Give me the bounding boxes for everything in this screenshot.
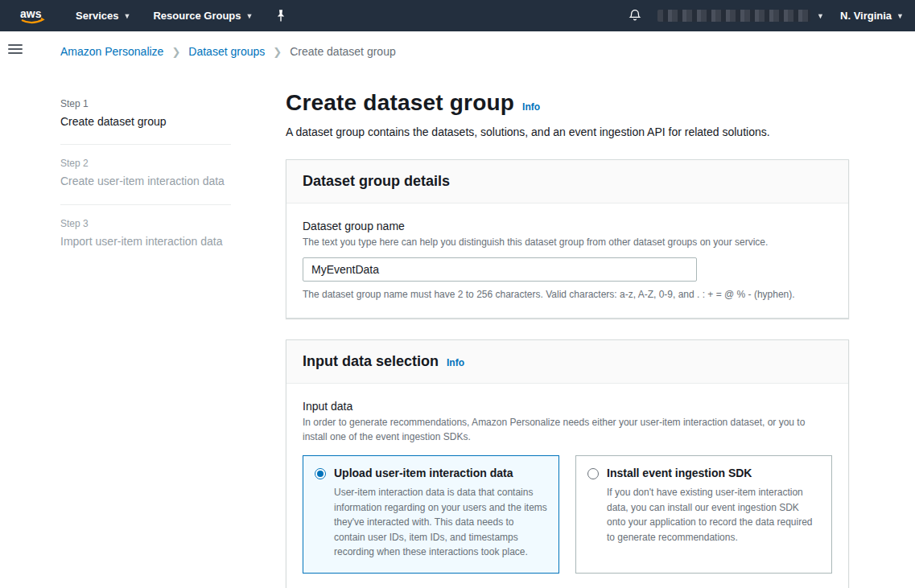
wizard-step-3: Step 3 Import user-item interaction data — [60, 204, 231, 264]
radio-unselected-icon[interactable] — [587, 468, 599, 479]
wizard-step-2: Step 2 Create user-item interaction data — [60, 144, 231, 204]
input-data-label: Input data — [303, 400, 832, 413]
main-area: Amazon Personalize ❯ Dataset groups ❯ Cr… — [30, 31, 915, 588]
step-label: Create user-item interaction data — [60, 173, 231, 189]
account-menu[interactable]: ▼ — [657, 10, 824, 22]
option-install-event-sdk[interactable]: Install event ingestion SDK If you don't… — [575, 455, 832, 574]
content-column: Create dataset group Info A dataset grou… — [286, 69, 849, 588]
input-data-info-link[interactable]: Info — [447, 357, 464, 368]
option-title: Upload user-item interaction data — [334, 467, 547, 479]
step-number: Step 1 — [60, 98, 231, 109]
radio-selected-icon[interactable] — [315, 468, 326, 479]
services-menu[interactable]: Services ▼ — [64, 0, 142, 31]
top-navigation-bar: aws Services ▼ Resource Groups ▼ ▼ N. Vi… — [0, 0, 915, 31]
resource-groups-menu[interactable]: Resource Groups ▼ — [142, 0, 264, 31]
aws-logo[interactable]: aws — [18, 6, 47, 27]
notifications-button[interactable] — [629, 9, 641, 23]
input-data-selection-card: Input data selection Info Input data In … — [286, 339, 849, 588]
breadcrumb-separator-icon: ❯ — [273, 46, 282, 58]
option-upload-interaction-data[interactable]: Upload user-item interaction data User-i… — [303, 455, 559, 574]
pin-shortcut-button[interactable] — [264, 9, 298, 23]
option-title: Install event ingestion SDK — [607, 467, 820, 479]
page-title: Create dataset group — [286, 90, 514, 116]
svg-text:aws: aws — [20, 7, 42, 20]
card-title: Dataset group details — [303, 173, 450, 190]
dataset-group-name-constraint: The dataset group name must have 2 to 25… — [303, 289, 832, 300]
input-data-help: In order to generate recommendations, Am… — [303, 415, 818, 444]
chevron-down-icon: ▼ — [246, 12, 253, 20]
breadcrumb-current: Create dataset group — [290, 45, 396, 58]
step-number: Step 2 — [60, 158, 231, 169]
page-description: A dataset group contains the datasets, s… — [286, 125, 849, 138]
option-description: If you don't have existing user-item int… — [607, 485, 820, 545]
wizard-step-1: Step 1 Create dataset group — [60, 98, 231, 144]
step-label: Import user-item interaction data — [60, 233, 231, 249]
option-description: User-item interaction data is data that … — [334, 485, 547, 560]
breadcrumb-link-dataset-groups[interactable]: Dataset groups — [188, 45, 265, 58]
page-info-link[interactable]: Info — [522, 101, 540, 113]
dataset-group-name-label: Dataset group name — [303, 220, 832, 232]
region-label: N. Virginia — [840, 10, 892, 22]
chevron-down-icon: ▼ — [817, 12, 824, 20]
hamburger-menu-icon[interactable] — [8, 42, 23, 56]
dataset-group-details-card: Dataset group details Dataset group name… — [286, 159, 849, 319]
step-label: Create dataset group — [60, 113, 231, 130]
chevron-down-icon: ▼ — [896, 12, 904, 20]
services-menu-label: Services — [76, 10, 119, 22]
breadcrumb-link-personalize[interactable]: Amazon Personalize — [60, 45, 163, 58]
dataset-group-name-help: The text you type here can help you dist… — [303, 235, 818, 249]
breadcrumb: Amazon Personalize ❯ Dataset groups ❯ Cr… — [60, 31, 915, 69]
account-name-redacted — [657, 10, 810, 22]
region-selector[interactable]: N. Virginia ▼ — [840, 10, 904, 22]
card-title: Input data selection — [303, 353, 439, 370]
step-number: Step 3 — [60, 218, 231, 229]
chevron-down-icon: ▼ — [124, 12, 131, 20]
page-shell: Amazon Personalize ❯ Dataset groups ❯ Cr… — [0, 31, 915, 588]
resource-groups-menu-label: Resource Groups — [153, 10, 241, 22]
bell-icon — [629, 9, 641, 23]
dataset-group-name-input[interactable] — [303, 257, 697, 282]
side-rail — [0, 31, 30, 588]
breadcrumb-separator-icon: ❯ — [171, 46, 180, 58]
pushpin-icon — [275, 9, 286, 23]
wizard-steps-nav: Step 1 Create dataset group Step 2 Creat… — [60, 98, 231, 588]
